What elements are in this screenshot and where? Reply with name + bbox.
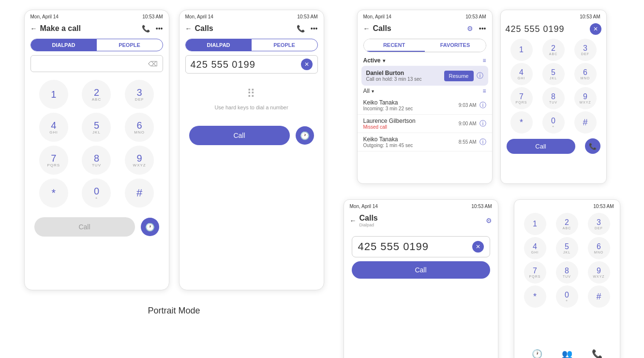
clear-input-icon-2[interactable]: ✕ [301, 59, 313, 70]
tab-recent-3[interactable]: RECENT [364, 39, 425, 52]
back-arrow-icon[interactable]: ← [30, 25, 37, 32]
screen4b-phone-number: 425 555 0199 [358, 240, 468, 253]
ls2-dial-key-7[interactable]: 7PQRS [524, 261, 546, 283]
ls-dial-key-2[interactable]: 2ABC [542, 39, 565, 61]
calls-filter-icon[interactable]: ≡ [482, 88, 486, 94]
dial-key-hash[interactable]: # [125, 179, 154, 208]
ls-dial-key-5[interactable]: 5JKL [542, 63, 565, 85]
dial-key-star[interactable]: * [39, 179, 68, 208]
filter-icon[interactable]: ≡ [482, 57, 486, 64]
screen3-nav: ← Calls ⚙ ••• [358, 21, 492, 36]
call-item-2-info-icon[interactable]: ⓘ [479, 119, 486, 128]
call-button-1[interactable]: Call [34, 217, 135, 237]
call-item-1-time: 9:03 AM [459, 103, 477, 108]
screen4t-call-button[interactable]: Call [507, 139, 575, 154]
ls2-dial-key-2[interactable]: 2ABC [556, 213, 578, 235]
ls2-dial-key-star[interactable]: * [524, 285, 546, 308]
screen4br-time: 10:53 AM [593, 204, 614, 209]
screen2-date: Mon, April 14 [185, 14, 213, 19]
screen3-time: 10:53 AM [465, 14, 486, 19]
dial-key-8[interactable]: 8TUV [82, 146, 111, 175]
ls2-dial-key-4[interactable]: 4GHI [524, 237, 546, 259]
chevron-down-icon[interactable]: ▾ [383, 58, 385, 63]
dial-key-6[interactable]: 6MNO [125, 113, 154, 142]
gear-icon-3[interactable]: ⚙ [467, 25, 473, 32]
dial-key-1[interactable]: 1 [39, 80, 68, 109]
back-arrow-icon-3[interactable]: ← [363, 25, 370, 32]
ls2-dial-key-hash[interactable]: # [588, 285, 610, 308]
ls-dial-key-3[interactable]: 3DEF [574, 39, 597, 61]
ls2-dial-key-5[interactable]: 5JKL [556, 237, 578, 259]
screen4t-phone-icon[interactable]: 📞 [585, 138, 600, 154]
screen4br-header: 10:53 AM [514, 200, 620, 211]
dial-key-2[interactable]: 2ABC [82, 80, 111, 109]
phone-bottom-icon[interactable]: 📞 [592, 349, 602, 358]
more-options-icon-3[interactable]: ••• [479, 25, 486, 32]
dial-key-4[interactable]: 4GHI [39, 113, 68, 142]
clear-input-icon-1[interactable]: ⌫ [148, 60, 158, 68]
resume-button[interactable]: Resume [444, 71, 474, 81]
call-button-2[interactable]: Call [189, 126, 290, 145]
dial-key-5[interactable]: 5JKL [82, 113, 111, 142]
ls-dial-key-1[interactable]: 1 [510, 39, 533, 61]
ls2-dial-key-0[interactable]: 0+ [556, 285, 578, 308]
call-item-2-right: 9:00 AM ⓘ [459, 119, 486, 128]
ls-dial-key-6[interactable]: 6MNO [574, 63, 597, 85]
screen4t-clear-icon[interactable]: ✕ [590, 23, 601, 35]
dial-key-9[interactable]: 9WXYZ [125, 146, 154, 175]
contacts-icon[interactable]: 👥 [562, 349, 572, 358]
tab-people-1[interactable]: PEOPLE [97, 39, 163, 51]
screen4b-nav-left: ← Calls Dialpad [350, 214, 378, 227]
dial-key-7[interactable]: 7PQRS [39, 146, 68, 175]
portrait-screens: Mon, April 14 10:53 AM ← Make a call 📞 •… [24, 10, 324, 290]
phone-nav-icon[interactable]: 📞 [142, 25, 150, 32]
screen4t-time: 10:53 AM [580, 14, 600, 19]
back-arrow-icon-4b[interactable]: ← [350, 217, 357, 224]
more-options-icon[interactable]: ••• [156, 25, 163, 32]
active-call-info-icon[interactable]: ⓘ [477, 72, 483, 80]
back-arrow-icon-2[interactable]: ← [185, 25, 192, 32]
ls2-dial-key-9[interactable]: 9WXYZ [588, 261, 610, 283]
call-item-3-info-icon[interactable]: ⓘ [479, 138, 486, 147]
call-item-3-right: 8:55 AM ⓘ [459, 138, 486, 147]
dial-key-0[interactable]: 0+ [82, 179, 111, 208]
history-icon[interactable]: 🕐 [532, 349, 542, 358]
ls-dial-key-0[interactable]: 0+ [542, 111, 565, 134]
ls-dial-key-8[interactable]: 8TUV [542, 87, 565, 109]
call-item-1-info-icon[interactable]: ⓘ [479, 101, 486, 110]
ls-dial-key-9[interactable]: 9WXYZ [574, 87, 597, 109]
all-chevron-icon[interactable]: ▾ [372, 89, 374, 94]
screen1-nav-left: ← Make a call [30, 24, 81, 33]
tab-dialpad-2[interactable]: DIALPAD [186, 39, 252, 51]
screen4b-title: Calls [359, 214, 378, 223]
tab-people-2[interactable]: PEOPLE [252, 39, 317, 51]
call-item-1-name: Keiko Tanaka [363, 99, 413, 106]
ls-dial-key-4[interactable]: 4GHI [510, 63, 533, 85]
landscape-dialpad-bottom: 10:53 AM 1 2ABC 3DEF 4GHI 5JKL 6MNO 7PQR… [514, 199, 620, 358]
screen4b-clear-icon[interactable]: ✕ [472, 241, 484, 253]
gear-icon-4b[interactable]: ⚙ [486, 217, 492, 224]
tab-favorites-3[interactable]: FAVORITES [425, 39, 486, 52]
hard-keys-hint: ⠿ Use hard keys to dial a number [180, 77, 324, 120]
ls-dial-key-star[interactable]: * [510, 111, 533, 134]
ls2-dial-key-1[interactable]: 1 [524, 213, 546, 235]
recent-calls-icon-1[interactable]: 🕐 [141, 218, 159, 236]
phone-nav-icon-2[interactable]: 📞 [297, 25, 305, 32]
landscape-calls-dialpad: Mon, April 14 10:53 AM ← Calls Dialpad ⚙ [344, 199, 498, 358]
screen4b-nav: ← Calls Dialpad ⚙ [344, 211, 498, 230]
ls2-dial-key-8[interactable]: 8TUV [556, 261, 578, 283]
ls2-dial-key-6[interactable]: 6MNO [588, 237, 610, 259]
recent-calls-icon-2[interactable]: 🕐 [296, 126, 314, 145]
screen4b-call-button[interactable]: Call [352, 261, 490, 279]
tab-dialpad-1[interactable]: DIALPAD [31, 39, 97, 51]
ls-dial-key-7[interactable]: 7PQRS [510, 87, 533, 109]
calls-active-section: Active ▾ ≡ [358, 55, 492, 66]
ls-dial-key-hash[interactable]: # [574, 111, 597, 134]
screen1-nav-icons: 📞 ••• [142, 25, 163, 32]
screen1-date: Mon, April 14 [30, 14, 59, 19]
ls2-dial-key-3[interactable]: 3DEF [588, 213, 610, 235]
call-item-2-name: Laurence Gilbertson [363, 118, 416, 124]
more-options-icon-2[interactable]: ••• [311, 25, 318, 32]
dial-key-3[interactable]: 3DEF [125, 80, 154, 109]
dial-input-field-1[interactable] [36, 59, 146, 69]
